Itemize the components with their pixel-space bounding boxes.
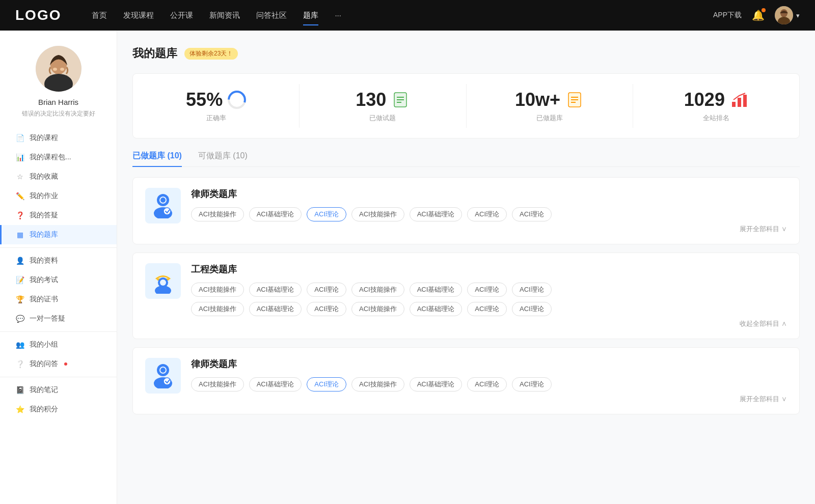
nav-item-问答社区[interactable]: 问答社区 [256, 9, 287, 22]
expand-link[interactable]: 展开全部科目 ∨ [740, 225, 787, 234]
sidebar-item-我的作业[interactable]: ✏️我的作业 [0, 186, 117, 206]
qbank-list: 律师类题库ACI技能操作ACI基础理论ACI理论ACI技能操作ACI基础理论AC… [132, 177, 800, 414]
sidebar-item-我的资料[interactable]: 👤我的资料 [0, 251, 117, 270]
main-wrapper: Brian Harris 错误的决定比没有决定要好 📄我的课程📊我的课程包...… [0, 31, 815, 504]
expand-link[interactable]: 展开全部科目 ∨ [740, 395, 787, 404]
tag-item[interactable]: ACI理论 [307, 377, 346, 391]
tag-item[interactable]: ACI技能操作 [191, 302, 244, 316]
tag-item[interactable]: ACI技能操作 [191, 377, 244, 391]
tag-item[interactable]: ACI理论 [467, 377, 507, 391]
sidebar-item-我的答疑[interactable]: ❓我的答疑 [0, 206, 117, 225]
tag-item[interactable]: ACI技能操作 [191, 207, 244, 221]
engineer-icon [145, 263, 181, 299]
tags-footer: 展开全部科目 ∨ [191, 225, 787, 234]
tag-item[interactable]: ACI理论 [467, 283, 507, 297]
user-icon: 👤 [15, 256, 24, 265]
profile-avatar [36, 46, 82, 92]
tag-item[interactable]: ACI理论 [512, 283, 552, 297]
stat-icon [228, 91, 246, 109]
tag-item[interactable]: ACI技能操作 [191, 283, 244, 297]
qbank-title: 工程类题库 [191, 263, 787, 275]
sidebar-item-我的积分[interactable]: ⭐我的积分 [0, 400, 117, 419]
tag-item[interactable]: ACI技能操作 [351, 302, 404, 316]
tag-item[interactable]: ACI基础理论 [410, 302, 463, 316]
user-avatar-menu[interactable]: ▾ [775, 6, 800, 24]
qbank-card-inner: 工程类题库ACI技能操作ACI基础理论ACI理论ACI技能操作ACI基础理论AC… [145, 263, 787, 328]
tag-item[interactable]: ACI理论 [467, 207, 507, 221]
tab-item[interactable]: 可做题库 (10) [198, 151, 248, 166]
nav-item-公开课[interactable]: 公开课 [170, 9, 193, 22]
collapse-link[interactable]: 收起全部科目 ∧ [740, 319, 787, 328]
sidebar-item-我的笔记[interactable]: 📓我的笔记 [0, 380, 117, 400]
tag-item[interactable]: ACI理论 [307, 302, 346, 316]
tag-item[interactable]: ACI技能操作 [351, 377, 404, 391]
nav-item-···[interactable]: ··· [335, 9, 341, 22]
stat-item: 10w+已做题库 [467, 84, 633, 128]
tag-item[interactable]: ACI基础理论 [249, 302, 302, 316]
svg-rect-20 [732, 102, 736, 107]
avatar [775, 6, 793, 24]
sidebar-item-我的课程包...[interactable]: 📊我的课程包... [0, 148, 117, 167]
tab-item[interactable]: 已做题库 (10) [132, 151, 182, 166]
stats-row: 55% 正确率130已做试题10w+已做题库1029全站排名 [132, 73, 800, 138]
tag-item[interactable]: ACI技能操作 [351, 283, 404, 297]
stat-value: 10w+ [515, 89, 560, 110]
tag-item[interactable]: ACI基础理论 [410, 377, 463, 391]
tag-item[interactable]: ACI理论 [307, 283, 346, 297]
tag-item[interactable]: ACI基础理论 [410, 207, 463, 221]
stat-label: 已做试题 [369, 114, 396, 123]
grid-icon: ▦ [15, 230, 24, 239]
nav-item-首页[interactable]: 首页 [92, 9, 107, 22]
tag-item[interactable]: ACI理论 [512, 377, 552, 391]
points-icon: ⭐ [15, 405, 24, 414]
tag-item[interactable]: ACI基础理论 [249, 207, 302, 221]
sidebar-item-一对一答疑[interactable]: 💬一对一答疑 [0, 309, 117, 328]
stat-icon [730, 91, 748, 109]
sidebar-item-我的考试[interactable]: 📝我的考试 [0, 270, 117, 290]
sidebar-divider [0, 377, 117, 377]
sidebar-item-我的问答[interactable]: ❔我的问答 [0, 354, 117, 374]
tags-row-2: ACI技能操作ACI基础理论ACI理论ACI技能操作ACI基础理论ACI理论AC… [191, 302, 787, 316]
main-nav: 首页发现课程公开课新闻资讯问答社区题库··· [92, 9, 713, 22]
star-icon: ☆ [15, 172, 24, 181]
tags-footer: 展开全部科目 ∨ [191, 395, 787, 404]
tag-item[interactable]: ACI理论 [512, 207, 552, 221]
trial-badge: 体验剩余23天！ [184, 48, 238, 60]
tag-item[interactable]: ACI技能操作 [351, 207, 404, 221]
sidebar-item-label: 我的作业 [30, 191, 58, 201]
tag-item[interactable]: ACI基础理论 [249, 283, 302, 297]
svg-point-27 [164, 208, 171, 215]
sidebar-item-我的课程[interactable]: 📄我的课程 [0, 128, 117, 148]
sidebar-item-我的证书[interactable]: 🏆我的证书 [0, 290, 117, 309]
group-icon: 👥 [15, 340, 24, 349]
tag-item[interactable]: ACI理论 [512, 302, 552, 316]
qbank-card-inner: 律师类题库ACI技能操作ACI基础理论ACI理论ACI技能操作ACI基础理论AC… [145, 188, 787, 234]
stat-item: 130已做试题 [300, 84, 466, 128]
tag-item[interactable]: ACI理论 [467, 302, 507, 316]
tag-item[interactable]: ACI基础理论 [249, 377, 302, 391]
profile-name: Brian Harris [38, 98, 78, 106]
logo[interactable]: LOGO [15, 7, 61, 23]
svg-rect-21 [738, 98, 741, 107]
qbank-body: 律师类题库ACI技能操作ACI基础理论ACI理论ACI技能操作ACI基础理论AC… [191, 188, 787, 234]
question-icon: ❓ [15, 211, 24, 220]
nav-item-题库[interactable]: 题库 [303, 9, 318, 22]
nav-item-新闻资讯[interactable]: 新闻资讯 [209, 9, 240, 22]
app-download-button[interactable]: APP下载 [713, 11, 742, 20]
doc-icon: 📝 [15, 275, 24, 285]
nav-item-发现课程[interactable]: 发现课程 [123, 9, 154, 22]
notification-bell[interactable]: 🔔 [752, 9, 765, 21]
sidebar-item-我的收藏[interactable]: ☆我的收藏 [0, 167, 117, 186]
tag-item[interactable]: ACI理论 [307, 207, 346, 221]
sidebar-item-我的小组[interactable]: 👥我的小组 [0, 335, 117, 354]
tag-item[interactable]: ACI基础理论 [410, 283, 463, 297]
stat-icon [565, 91, 584, 109]
sidebar-item-label: 我的考试 [30, 275, 58, 285]
tags-footer: 收起全部科目 ∧ [191, 319, 787, 328]
qbank-title: 律师类题库 [191, 358, 787, 370]
sidebar-item-我的题库[interactable]: ▦我的题库 [0, 225, 117, 244]
edit-icon: ✏️ [15, 191, 24, 201]
svg-rect-22 [743, 95, 747, 107]
cert-icon: 🏆 [15, 295, 24, 304]
svg-point-26 [160, 198, 166, 203]
